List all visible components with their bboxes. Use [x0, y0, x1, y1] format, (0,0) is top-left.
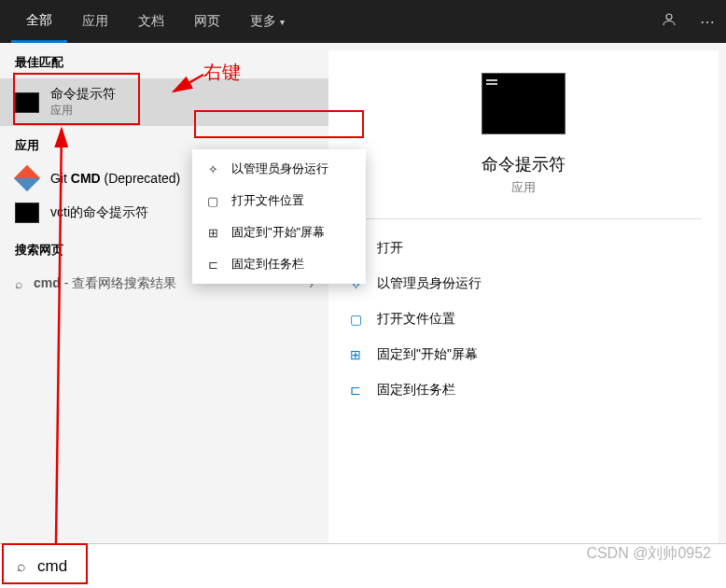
best-match-item[interactable]: 命令提示符 应用	[0, 78, 328, 126]
preview-subtitle: 应用	[328, 179, 719, 196]
pin-start-icon: ⊞	[205, 226, 220, 240]
svg-point-0	[666, 14, 672, 20]
context-menu: ⟡ 以管理员身份运行 ▢ 打开文件位置 ⊞ 固定到"开始"屏幕 ⊏ 固定到任务栏	[192, 149, 366, 284]
filter-tabs: 全部 应用 文档 网页 更多 ▾	[11, 0, 300, 43]
folder-icon: ▢	[205, 194, 220, 208]
result-text: Git CMD (Deprecated)	[50, 171, 180, 186]
action-label: 固定到任务栏	[377, 382, 455, 399]
results-panel: 最佳匹配 命令提示符 应用 应用 Git CMD (Deprecated) vc…	[0, 43, 328, 543]
tab-more-label: 更多	[250, 13, 276, 30]
ctx-label: 固定到任务栏	[231, 256, 304, 273]
admin-icon: ⟡	[205, 161, 220, 176]
tab-more[interactable]: 更多 ▾	[235, 0, 300, 43]
search-input[interactable]	[37, 557, 709, 576]
action-label: 打开	[377, 240, 403, 257]
action-open[interactable]: ▭ 打开	[340, 231, 707, 266]
result-text: 命令提示符 应用	[50, 86, 116, 119]
ctx-run-as-admin[interactable]: ⟡ 以管理员身份运行	[192, 153, 366, 185]
ctx-pin-start[interactable]: ⊞ 固定到"开始"屏幕	[192, 217, 366, 248]
cmd-icon	[15, 92, 39, 113]
ctx-open-location[interactable]: ▢ 打开文件位置	[192, 185, 366, 217]
pin-taskbar-icon: ⊏	[205, 258, 220, 272]
header-actions: ⋯	[661, 11, 715, 32]
preview-panel: 命令提示符 应用 ▭ 打开 ⟡ 以管理员身份运行 ▢ 打开文件位置 ⊞ 固定到"…	[328, 50, 719, 543]
header-bar: 全部 应用 文档 网页 更多 ▾ ⋯	[0, 0, 726, 43]
ctx-label: 打开文件位置	[231, 192, 304, 209]
tab-docs[interactable]: 文档	[123, 0, 179, 43]
preview-app-icon	[482, 73, 565, 134]
feedback-icon[interactable]	[661, 11, 677, 32]
preview-actions: ▭ 打开 ⟡ 以管理员身份运行 ▢ 打开文件位置 ⊞ 固定到"开始"屏幕 ⊏ 固…	[328, 231, 719, 408]
result-title: Git CMD (Deprecated)	[50, 171, 180, 186]
search-icon: ⌕	[17, 558, 26, 575]
ctx-label: 固定到"开始"屏幕	[231, 224, 325, 241]
action-label: 打开文件位置	[377, 311, 455, 328]
preview-title: 命令提示符	[328, 153, 719, 175]
result-title: 命令提示符	[50, 86, 116, 103]
git-icon	[14, 165, 40, 191]
pin-taskbar-icon: ⊏	[347, 383, 364, 398]
cmd-icon	[15, 203, 39, 223]
result-text: vcti的命令提示符	[50, 204, 148, 221]
action-label: 固定到"开始"屏幕	[377, 346, 478, 363]
web-result-text: cmd - 查看网络搜索结果	[34, 275, 176, 292]
folder-icon: ▢	[347, 312, 364, 327]
pin-start-icon: ⊞	[347, 347, 364, 362]
result-subtitle: 应用	[50, 103, 116, 119]
chevron-down-icon: ▾	[280, 17, 285, 27]
action-open-location[interactable]: ▢ 打开文件位置	[340, 301, 707, 337]
content-area: 最佳匹配 命令提示符 应用 应用 Git CMD (Deprecated) vc…	[0, 43, 726, 543]
ctx-pin-taskbar[interactable]: ⊏ 固定到任务栏	[192, 248, 366, 280]
result-title: vcti的命令提示符	[50, 204, 148, 221]
action-pin-start[interactable]: ⊞ 固定到"开始"屏幕	[340, 337, 707, 372]
action-run-as-admin[interactable]: ⟡ 以管理员身份运行	[340, 266, 707, 301]
tab-all[interactable]: 全部	[11, 0, 67, 43]
action-label: 以管理员身份运行	[377, 275, 482, 292]
divider	[345, 218, 702, 219]
tab-apps[interactable]: 应用	[67, 0, 123, 43]
tab-web[interactable]: 网页	[179, 0, 235, 43]
action-pin-taskbar[interactable]: ⊏ 固定到任务栏	[340, 372, 707, 408]
git-icon-wrap	[15, 169, 39, 188]
section-best-match: 最佳匹配	[0, 43, 328, 78]
search-bar[interactable]: ⌕	[0, 543, 726, 588]
more-icon[interactable]: ⋯	[700, 13, 715, 31]
search-icon: ⌕	[15, 276, 22, 291]
ctx-label: 以管理员身份运行	[231, 161, 328, 177]
